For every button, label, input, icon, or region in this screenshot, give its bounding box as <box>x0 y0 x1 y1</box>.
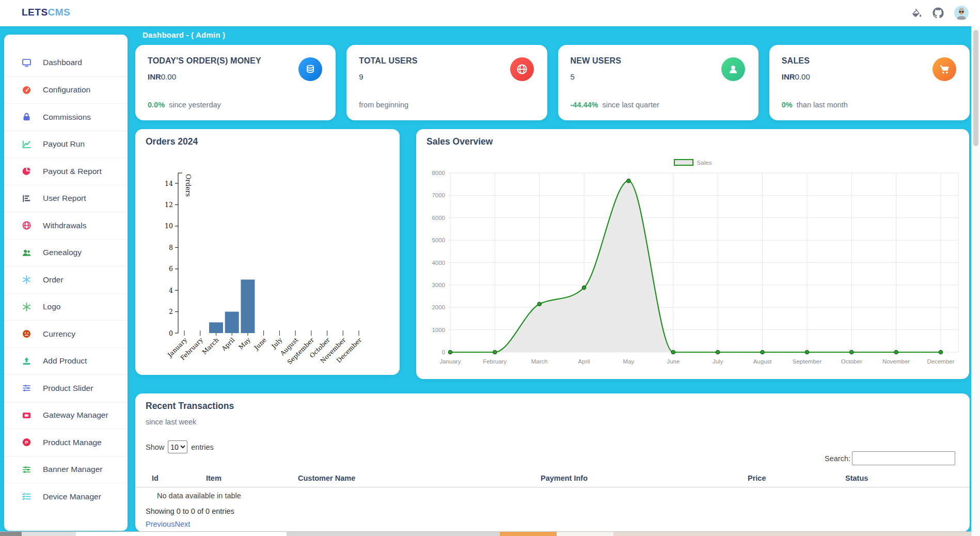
column-header-customer-name[interactable]: Customer Name <box>298 474 355 482</box>
svg-text:September: September <box>793 358 821 365</box>
svg-text:10: 10 <box>165 222 173 230</box>
svg-text:14: 14 <box>165 180 173 187</box>
stat-card-footnote: from beginning <box>359 101 408 109</box>
transactions-subtitle: since last week <box>146 418 196 426</box>
sliders-icon <box>21 464 31 475</box>
stat-card-title: SALES <box>782 56 957 66</box>
svg-text:July: July <box>713 358 723 365</box>
svg-text:May: May <box>238 336 252 351</box>
svg-text:February: February <box>483 358 507 365</box>
sidebar-item-product-manage[interactable]: PProduct Manage <box>4 429 128 456</box>
people-icon <box>21 247 31 258</box>
stat-card-today-s-order-s-money: TODAY'S ORDER(S) MONEYINR0.000.0%since y… <box>135 45 336 120</box>
sidebar-item-payout-run[interactable]: Payout Run <box>4 131 128 158</box>
sidebar-item-add-product[interactable]: Add Product <box>4 348 128 375</box>
svg-text:6000: 6000 <box>432 215 445 221</box>
stat-card-delta: 0% <box>782 101 793 109</box>
avatar[interactable] <box>954 6 969 20</box>
table-header-row: IdItemCustomer NamePayment InfoPriceStat… <box>135 471 970 487</box>
transactions-title: Recent Transactions <box>146 401 234 412</box>
svg-text:May: May <box>623 358 635 365</box>
orders-chart-card: Orders 2024 02468101214OrdersJanuaryFebr… <box>135 129 400 375</box>
recent-transactions-card: Recent Transactions since last week Show… <box>135 393 970 532</box>
bottom-strip <box>0 531 980 536</box>
orders-bar-chart: 02468101214OrdersJanuaryFebruaryMarchApr… <box>135 155 400 375</box>
column-header-id[interactable]: Id <box>152 474 159 482</box>
svg-text:8: 8 <box>169 244 173 251</box>
checklist-icon <box>21 492 31 502</box>
sidebar-item-payout-report[interactable]: Payout & Report <box>4 157 128 185</box>
brand-logo: LETSCMS <box>22 7 70 18</box>
previous-button[interactable]: Previous <box>146 520 175 528</box>
sidebar-item-label: Product Manage <box>43 438 102 447</box>
sidebar-item-label: Dashboard <box>43 58 82 67</box>
orders-chart-title: Orders 2024 <box>146 136 198 147</box>
globe-white-icon <box>510 57 534 81</box>
svg-text:June: June <box>252 336 268 352</box>
sidebar-item-label: Banner Manager <box>43 465 102 474</box>
sales-chart-title: Sales Overview <box>426 136 493 147</box>
p-circle-icon: P <box>21 437 31 448</box>
sidebar-item-dashboard[interactable]: Dashboard <box>4 49 128 76</box>
sidebar-item-label: Payout & Report <box>43 167 102 176</box>
sidebar-item-label: Add Product <box>43 356 87 366</box>
column-header-price[interactable]: Price <box>748 474 766 482</box>
sidebar-item-label: Payout Run <box>43 139 85 149</box>
svg-text:March: March <box>201 336 220 356</box>
sidebar-item-currency[interactable]: Currency <box>4 320 128 348</box>
sidebar-item-order[interactable]: Order <box>4 266 128 293</box>
stat-cards-row: TODAY'S ORDER(S) MONEYINR0.000.0%since y… <box>135 45 970 120</box>
sidebar-item-label: Order <box>43 275 64 285</box>
search-input[interactable] <box>852 451 955 465</box>
stat-card-footnote: -44.44%since last quarter <box>571 101 659 109</box>
column-header-status[interactable]: Status <box>845 474 868 482</box>
entries-select[interactable]: 10 <box>168 440 187 453</box>
sliders-icon <box>21 383 31 393</box>
stat-card-total-users: TOTAL USERS9from beginning <box>346 45 547 120</box>
svg-text:4: 4 <box>169 287 173 294</box>
sidebar-item-logo[interactable]: Logo <box>4 293 128 321</box>
svg-text:2: 2 <box>169 308 173 316</box>
scrollbar-thumb[interactable] <box>973 30 978 146</box>
topbar-actions <box>911 0 969 26</box>
upload-icon <box>21 356 31 366</box>
pie-chart-icon <box>21 166 31 177</box>
svg-text:November: November <box>882 358 910 365</box>
pagination: PreviousNext <box>146 520 190 528</box>
column-header-payment-info[interactable]: Payment Info <box>541 474 588 482</box>
svg-text:December: December <box>927 358 954 365</box>
github-icon[interactable] <box>932 7 944 19</box>
stat-card-delta: 0.0% <box>148 101 165 109</box>
sidebar-item-label: Commissions <box>43 113 91 122</box>
column-header-item[interactable]: Item <box>206 474 222 482</box>
svg-text:January: January <box>440 358 461 365</box>
sidebar-item-label: Configuration <box>43 85 90 94</box>
stat-card-title: TOTAL USERS <box>359 56 534 66</box>
coins-icon <box>298 57 322 81</box>
sidebar-item-banner-manager[interactable]: Banner Manager <box>4 456 128 483</box>
entries-control: Show 10 entries <box>146 440 214 453</box>
sidebar-item-label: Device Manager <box>43 492 101 501</box>
next-button[interactable]: Next <box>175 520 190 528</box>
sidebar-item-user-report[interactable]: User Report <box>4 185 128 212</box>
sidebar-item-product-slider[interactable]: Product Slider <box>4 374 128 402</box>
sidebar-item-gateway-manager[interactable]: Gateway Manager <box>4 402 128 429</box>
sidebar-item-label: Withdrawals <box>43 221 86 230</box>
credit-card-icon <box>21 410 31 420</box>
sidebar-item-genealogy[interactable]: Genealogy <box>4 239 128 266</box>
monitor-icon <box>21 57 31 68</box>
svg-text:0: 0 <box>442 349 445 355</box>
svg-text:March: March <box>531 358 548 365</box>
stat-card-footnote: 0.0%since yesterday <box>148 101 221 109</box>
sidebar-item-configuration[interactable]: Configuration <box>4 76 128 104</box>
sidebar-item-label: Logo <box>43 302 60 311</box>
theme-paint-bucket-icon[interactable] <box>911 7 922 19</box>
sidebar-item-withdrawals[interactable]: Withdrawals <box>4 212 128 239</box>
sidebar-item-device-manager[interactable]: Device Manager <box>4 483 128 510</box>
scrollbar[interactable] <box>971 26 980 536</box>
svg-text:Orders: Orders <box>184 174 192 197</box>
stat-card-delta: -44.44% <box>571 101 598 109</box>
sidebar-item-commissions[interactable]: Commissions <box>4 103 128 131</box>
stat-card-footnote: 0%than last month <box>782 101 848 109</box>
chart-line-icon <box>21 139 31 149</box>
